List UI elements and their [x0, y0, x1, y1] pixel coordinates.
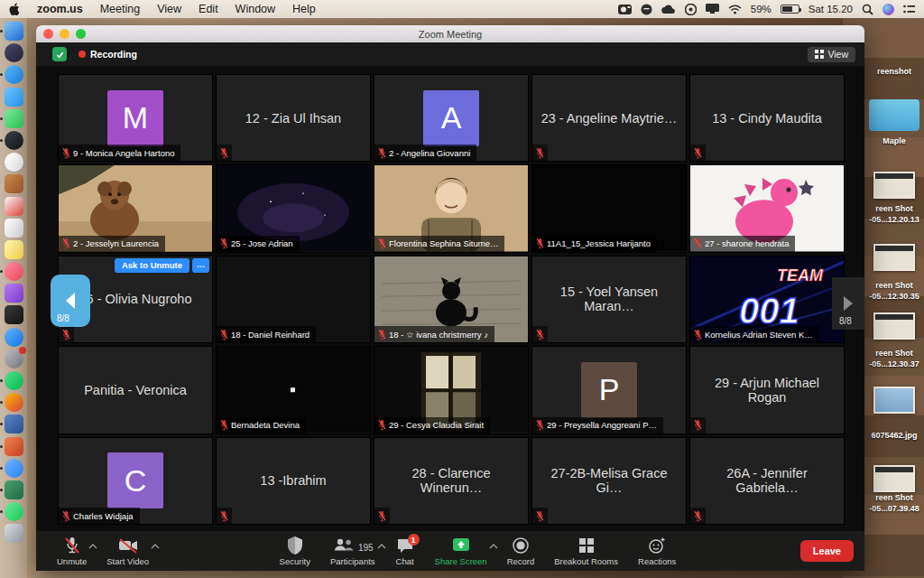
- participant-tile[interactable]: TEAM001Kornelius Adrian Steven K…: [690, 256, 844, 342]
- dock-item-spotify[interactable]: [5, 502, 23, 521]
- menu-item-meeting[interactable]: Meeting: [100, 3, 140, 15]
- participant-tile[interactable]: 18 - ☆ ivana christmerry ♪: [374, 256, 528, 342]
- desktop-file-label: reen Shot-05...12.30.37: [864, 348, 924, 369]
- participant-tile[interactable]: 26A - Jennifer Gabriela…: [690, 438, 844, 524]
- participant-tile[interactable]: 11A1_15_Jessica Harijanto: [532, 165, 686, 251]
- record-button[interactable]: Record: [497, 531, 545, 571]
- menu-item-view[interactable]: View: [157, 3, 181, 15]
- participant-tile[interactable]: 15 - Yoel Yansen Maran…: [532, 256, 686, 342]
- participant-tile[interactable]: Bernadeta Devina: [217, 347, 370, 433]
- participant-tile[interactable]: 25 - Jose Adrian: [217, 165, 370, 251]
- participant-tile[interactable]: 2 - Jesselyn Laurencia: [59, 165, 212, 251]
- desktop-file-thumbnail[interactable]: [864, 387, 924, 414]
- dock-item-powerpoint[interactable]: [5, 437, 23, 456]
- muted-mic-icon: [220, 147, 228, 159]
- dock-item-calendar[interactable]: [5, 197, 23, 216]
- dock-item-safari[interactable]: [5, 65, 23, 84]
- participant-tile[interactable]: Florentina Sephina Situme…: [374, 165, 528, 251]
- previous-page-button[interactable]: 8/8: [51, 275, 90, 327]
- desktop-file-thumbnail[interactable]: [864, 244, 924, 271]
- dock-item-messages-dark[interactable]: [5, 131, 23, 150]
- participant-tile[interactable]: CCharles Widjaja: [59, 438, 212, 524]
- dock-item-chrome[interactable]: [5, 393, 23, 412]
- menu-item-zoomus[interactable]: zoom.us: [37, 3, 83, 15]
- chevron-up-icon[interactable]: [151, 544, 160, 549]
- desktop-folder[interactable]: [864, 99, 924, 131]
- reactions-button[interactable]: Reactions: [628, 531, 686, 571]
- reactions-label: Reactions: [638, 556, 676, 566]
- participant-tile[interactable]: 27-2B-Melisa Grace Gi…: [532, 438, 686, 524]
- dock-item-mail[interactable]: [5, 88, 23, 107]
- dock-item-line[interactable]: [5, 371, 23, 390]
- window-title: Zoom Meeting: [36, 29, 864, 40]
- participant-tile[interactable]: 13 -Ibrahim: [217, 438, 370, 524]
- muted-mic-indicator: [690, 144, 706, 161]
- participant-tile[interactable]: 28 - Clarence Winerun…: [374, 438, 528, 524]
- participant-tile[interactable]: 29 - Arjun Michael Rogan: [690, 347, 844, 433]
- siri-icon[interactable]: [882, 4, 894, 15]
- security-button[interactable]: Security: [270, 531, 320, 571]
- participant-tile[interactable]: 12 - Zia Ul Ihsan: [217, 75, 370, 161]
- desktop-file-thumbnail[interactable]: [864, 465, 924, 492]
- next-page-button[interactable]: 8/8: [832, 277, 864, 330]
- dock-item-books[interactable]: [5, 174, 23, 193]
- desktop-file-thumbnail[interactable]: [864, 312, 924, 340]
- leave-button[interactable]: Leave: [800, 540, 854, 562]
- ask-to-unmute-button[interactable]: Ask to Unmute: [115, 258, 189, 273]
- minimize-window-button[interactable]: [60, 29, 69, 39]
- participants-button[interactable]: 195Participants: [320, 531, 385, 571]
- window-title-bar[interactable]: Zoom Meeting: [36, 25, 864, 42]
- dock-item-finder[interactable]: [5, 22, 23, 41]
- participant-tile[interactable]: Panitia - Veronica: [59, 347, 212, 433]
- menu-item-help[interactable]: Help: [292, 3, 316, 15]
- participant-tile[interactable]: 29 - Cesya Claudia Sirait: [374, 347, 528, 433]
- dock-item-podcasts[interactable]: [5, 284, 23, 303]
- menu-item-edit[interactable]: Edit: [199, 3, 218, 15]
- dock-item-tv[interactable]: [5, 305, 23, 324]
- menu-item-window[interactable]: Window: [236, 3, 275, 15]
- chat-status-icon[interactable]: [641, 4, 652, 15]
- wifi-icon[interactable]: [728, 5, 742, 14]
- dock-item-photos[interactable]: [5, 153, 23, 172]
- dock-item-music[interactable]: [5, 262, 23, 281]
- dock-item-system-preferences[interactable]: [5, 350, 23, 368]
- running-indicator-dot: [0, 401, 3, 404]
- dock-item-trash[interactable]: [5, 524, 23, 543]
- participant-tile[interactable]: P29 - Preysella Anggreani P…: [532, 347, 686, 433]
- share-screen-button[interactable]: Share Screen: [425, 531, 497, 571]
- participant-tile[interactable]: 27 - sharone hendrata: [690, 165, 844, 251]
- start-video-button[interactable]: Start Video: [97, 531, 159, 571]
- participant-tile[interactable]: M9 - Monica Angela Hartono: [59, 75, 212, 161]
- spotlight-search-icon[interactable]: [862, 4, 873, 15]
- record-label: Record: [507, 556, 535, 566]
- close-window-button[interactable]: [43, 29, 53, 39]
- notification-center-icon[interactable]: [903, 5, 915, 14]
- chat-button[interactable]: 1Chat: [385, 531, 425, 571]
- camera-status-icon[interactable]: [618, 5, 632, 14]
- dock-item-reminders[interactable]: [5, 219, 23, 238]
- more-options-button[interactable]: …: [192, 258, 209, 273]
- participant-tile[interactable]: 23 - Angeline Maytrie…: [532, 75, 686, 161]
- menu-clock[interactable]: Sat 15.20: [808, 4, 853, 14]
- participant-tile[interactable]: A2 - Angelina Giovanni: [374, 75, 528, 161]
- breakout-rooms-button[interactable]: Breakout Rooms: [544, 531, 628, 571]
- display-status-icon[interactable]: [706, 4, 719, 14]
- dock-item-notes[interactable]: [5, 240, 23, 259]
- dock-item-facetime[interactable]: [5, 109, 23, 128]
- view-button[interactable]: View: [808, 47, 855, 62]
- unmute-button[interactable]: Unmute: [47, 531, 97, 571]
- recording-dot-icon: [79, 51, 86, 58]
- encryption-shield-icon[interactable]: [52, 47, 67, 61]
- dock-item-app-store[interactable]: [5, 328, 23, 347]
- apple-menu-icon[interactable]: [9, 3, 20, 15]
- desktop-file-thumbnail[interactable]: [864, 172, 924, 199]
- dock-item-zoom[interactable]: [5, 459, 23, 478]
- dock-item-excel[interactable]: [5, 480, 23, 499]
- creative-cloud-status-icon[interactable]: [685, 4, 697, 15]
- dock-item-word[interactable]: [5, 415, 23, 434]
- participant-tile[interactable]: 13 - Cindy Maudita: [690, 75, 844, 161]
- participant-tile[interactable]: 18 - Daniel Reinhard: [217, 256, 370, 342]
- cloud-status-icon[interactable]: [661, 5, 676, 14]
- dock-item-launchpad[interactable]: [5, 43, 23, 62]
- fullscreen-window-button[interactable]: [76, 29, 86, 39]
